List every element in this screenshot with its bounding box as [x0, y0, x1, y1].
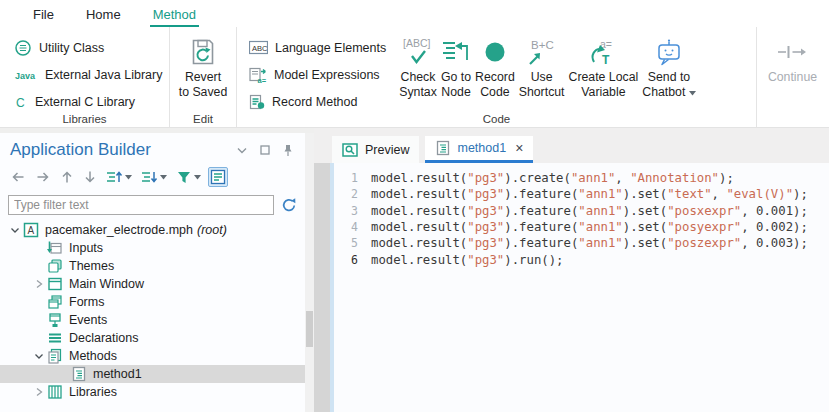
- button-label: RecordCode: [475, 70, 515, 100]
- dropdown-caret-icon: [194, 175, 201, 180]
- svg-text:B+C: B+C: [531, 39, 554, 51]
- code-line[interactable]: 5model.result("pg3").feature("ann1").set…: [334, 235, 829, 251]
- code-area: 1model.result("pg3").create("ann1", "Ann…: [334, 170, 829, 412]
- editor-tabstrip: Previewmethod1×: [314, 128, 829, 163]
- preview-icon: [342, 142, 359, 158]
- utility-class-icon: [14, 39, 32, 57]
- tree-item-events[interactable]: Events: [0, 311, 305, 329]
- use-shortcut-icon: B+C: [524, 37, 560, 67]
- code-text: model.result("pg3").feature("ann1").set(…: [371, 236, 808, 250]
- model-expressions-button[interactable]: a=Model Expressions: [245, 61, 397, 88]
- sort-descending-icon: [141, 169, 158, 185]
- revert-to-saved-button[interactable]: Revertto Saved: [177, 32, 230, 102]
- tab-preview[interactable]: Preview: [332, 136, 419, 163]
- model-expressions-icon: a=: [249, 67, 267, 83]
- editor-panel: Previewmethod1× 1model.result("pg3").cre…: [314, 128, 829, 412]
- button-label: CheckSyntax: [399, 70, 437, 100]
- nav-forward-button[interactable]: [33, 168, 53, 186]
- caret-expanded-icon[interactable]: [6, 223, 23, 237]
- tree-item-methods[interactable]: Methods: [0, 347, 305, 365]
- caret-expanded-icon[interactable]: [30, 349, 47, 363]
- ribbon-group-label: Code: [237, 113, 756, 125]
- editor-toggle-button[interactable]: [208, 167, 228, 187]
- main-window-icon: [47, 276, 64, 292]
- tree-item-label: Forms: [69, 295, 104, 309]
- tree-item-inputs[interactable]: Inputs: [0, 239, 305, 257]
- panel-header: Application Builder: [0, 133, 305, 160]
- filter-icon: [176, 170, 192, 185]
- tree-item-suffix: (root): [197, 223, 227, 237]
- caret-collapsed-icon[interactable]: [30, 277, 47, 291]
- tree-item-label: Inputs: [69, 241, 103, 255]
- revert-saved-icon: [188, 37, 218, 67]
- panel-window-controls: [235, 143, 295, 158]
- send-to-chatbot-button[interactable]: Send toChatbot: [640, 32, 698, 102]
- editor-toggle-icon: [210, 169, 226, 185]
- menu-tab-file[interactable]: File: [30, 3, 57, 27]
- line-number: 6: [334, 253, 371, 267]
- code-editor[interactable]: 1model.result("pg3").create("ann1", "Ann…: [330, 163, 829, 412]
- filter-input[interactable]: [8, 195, 274, 215]
- code-line[interactable]: 1model.result("pg3").create("ann1", "Ann…: [334, 170, 829, 186]
- events-icon: [47, 312, 64, 328]
- inputs-icon: [47, 240, 64, 256]
- record-method-icon: [249, 94, 265, 110]
- tree-item-libraries[interactable]: Libraries: [0, 383, 305, 401]
- move-down-button[interactable]: [81, 168, 99, 186]
- close-icon[interactable]: ×: [515, 142, 523, 154]
- button-label: Model Expressions: [274, 68, 380, 82]
- themes-icon: [47, 258, 64, 274]
- tab-method1[interactable]: method1×: [425, 136, 533, 163]
- tree-item-main-window[interactable]: Main Window: [0, 275, 305, 293]
- java-library-icon: Java: [14, 68, 38, 82]
- code-text: model.result("pg3").feature("ann1").set(…: [371, 187, 808, 201]
- create-local-variable-button[interactable]: a=TCreate LocalVariable: [567, 32, 641, 102]
- go-to-node-button[interactable]: Go toNode: [439, 32, 473, 102]
- move-up-button[interactable]: [58, 168, 76, 186]
- line-number: 3: [334, 204, 371, 218]
- code-line[interactable]: 3model.result("pg3").feature("ann1").set…: [334, 203, 829, 219]
- language-elements-icon: ABC: [249, 40, 268, 55]
- menu-tab-method[interactable]: Method: [150, 3, 199, 27]
- language-elements-button[interactable]: ABCLanguage Elements: [245, 34, 397, 61]
- tree-item-label: Libraries: [69, 385, 117, 399]
- code-text: model.result("pg3").feature("ann1").set(…: [371, 220, 808, 234]
- caret-collapsed-icon[interactable]: [30, 385, 47, 399]
- panel-menu-chevron-button[interactable]: [235, 146, 249, 155]
- utility-class-button[interactable]: Utility Class: [10, 34, 166, 61]
- record-code-button[interactable]: RecordCode: [473, 32, 517, 102]
- tree-item-label: Methods: [69, 349, 117, 363]
- svg-text:A: A: [28, 225, 35, 236]
- tree-item-label: Declarations: [69, 331, 138, 345]
- tree-item-pacemaker-electrode-mph[interactable]: Apacemaker_electrode.mph(root): [0, 221, 305, 239]
- ribbon: Utility ClassJavaExternal Java LibraryCE…: [0, 27, 829, 128]
- code-line[interactable]: 4model.result("pg3").feature("ann1").set…: [334, 219, 829, 235]
- sort-ascending-button[interactable]: [104, 168, 134, 186]
- tree-item-themes[interactable]: Themes: [0, 257, 305, 275]
- code-line[interactable]: 6model.result("pg3").run();: [334, 251, 829, 267]
- continue-button[interactable]: Continue: [766, 32, 819, 87]
- external-c-library-button[interactable]: CExternal C Library: [10, 88, 166, 115]
- tree-item-method1[interactable]: method1: [0, 365, 305, 383]
- external-java-library-button[interactable]: JavaExternal Java Library: [10, 61, 166, 88]
- panel-title: Application Builder: [10, 140, 235, 160]
- line-number: 4: [334, 220, 371, 234]
- tree-item-forms[interactable]: Forms: [0, 293, 305, 311]
- button-label: Create LocalVariable: [569, 70, 639, 100]
- tree-item-declarations[interactable]: Declarations: [0, 329, 305, 347]
- scrollbar-thumb[interactable]: [306, 311, 313, 347]
- code-line[interactable]: 2model.result("pg3").feature("ann1").set…: [334, 186, 829, 202]
- app-root-icon: A: [23, 222, 40, 238]
- svg-text:C: C: [16, 96, 25, 110]
- sort-descending-button[interactable]: [139, 168, 169, 186]
- check-syntax-button[interactable]: [ABC]CheckSyntax: [397, 32, 439, 102]
- filter-button[interactable]: [174, 169, 203, 186]
- use-shortcut-button[interactable]: B+CUseShortcut: [517, 32, 567, 102]
- record-method-button[interactable]: Record Method: [245, 88, 397, 115]
- sort-ascending-icon: [106, 169, 123, 185]
- pin-button[interactable]: [281, 143, 295, 158]
- menu-tab-home[interactable]: Home: [83, 3, 124, 27]
- float-window-button[interactable]: [258, 144, 272, 156]
- nav-back-button[interactable]: [8, 168, 28, 186]
- refresh-icon[interactable]: [281, 197, 297, 213]
